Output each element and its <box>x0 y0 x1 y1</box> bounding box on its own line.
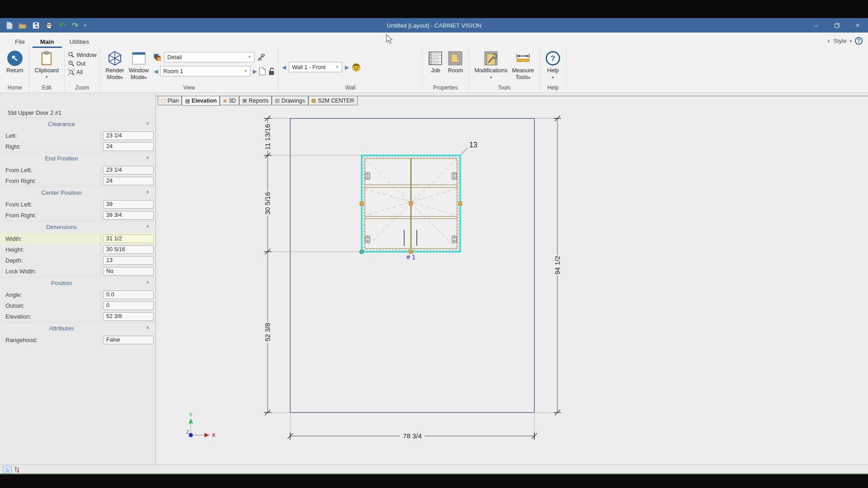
view-tab-drawings[interactable]: ▧ Drawings <box>272 96 308 105</box>
field-input[interactable]: 39 <box>103 200 154 209</box>
new-page-icon[interactable] <box>259 67 266 75</box>
field-input[interactable]: 23 1/4 <box>103 131 154 140</box>
room-button[interactable]: Room <box>445 49 465 75</box>
undo-icon[interactable]: ↶ <box>58 21 66 29</box>
zoom-window-icon <box>68 52 75 58</box>
section-dimensions: Dimensions ∧ Width: 31 1/2 Height: 30 5/… <box>0 221 156 277</box>
view-settings-icon[interactable] <box>257 53 266 61</box>
section-header-position[interactable]: Position ∧ <box>0 277 156 289</box>
chevron-up-icon[interactable]: ∧ <box>146 121 149 126</box>
wall-combobox-caret-icon: ▼ <box>335 65 339 69</box>
drawing-canvas[interactable]: ▢ Plan ▤ Elevation ◈ 3D ▦ Reports <box>156 93 868 465</box>
detail-layers-icon <box>154 54 162 61</box>
cabinet-object[interactable] <box>360 155 462 254</box>
chevron-up-icon[interactable]: ∧ <box>146 325 149 330</box>
render-mode-caret-icon: ▾ <box>121 76 123 80</box>
home-view-button[interactable]: ⌂ <box>3 466 12 474</box>
view-tab-reports[interactable]: ▦ Reports <box>239 96 272 105</box>
field-input[interactable]: 31 1/2 <box>103 235 154 243</box>
qat-customize-caret-icon[interactable]: ▾ <box>84 23 86 28</box>
zoom-out-icon <box>68 60 75 67</box>
field-row-lock-width: Lock Width: No <box>0 266 156 277</box>
field-input[interactable]: 23 1/4 <box>103 166 154 174</box>
dimension-bottom: 78 3/4 <box>288 432 537 440</box>
print-icon[interactable] <box>45 21 53 29</box>
room-next-icon[interactable]: ▶ <box>253 69 257 74</box>
field-input[interactable]: 24 <box>103 142 154 151</box>
field-row-end-from-left: From Left: 23 1/4 <box>0 164 156 175</box>
unlock-icon[interactable] <box>268 67 275 75</box>
section-header-end-position[interactable]: End Position ∧ <box>0 152 156 164</box>
view-tab-s2m-center[interactable]: ▩ S2M CENTER <box>308 96 358 105</box>
field-row-elevation: Elevation: 52 3/8 <box>0 311 156 322</box>
field-label: Width: <box>5 235 103 242</box>
view-tab-elevation[interactable]: ▤ Elevation <box>182 96 220 106</box>
field-input[interactable]: 0 <box>103 301 154 310</box>
collapse-ribbon-icon[interactable]: ∧ <box>827 38 830 43</box>
chevron-up-icon[interactable]: ∧ <box>146 155 149 160</box>
axis-toggle-icon[interactable] <box>14 466 20 473</box>
window-mode-button[interactable]: WindowMode▾ <box>127 49 151 82</box>
zoom-window-label: Window <box>76 52 96 58</box>
chevron-up-icon[interactable]: ∧ <box>146 280 149 285</box>
chevron-up-icon[interactable]: ∧ <box>146 224 149 229</box>
smiley-icon[interactable] <box>352 63 361 72</box>
zoom-window-button[interactable]: Window <box>68 52 96 58</box>
help-circle-icon[interactable]: ? <box>855 37 863 45</box>
view-tab-3d[interactable]: ◈ 3D <box>220 96 239 105</box>
return-icon: ↖ <box>7 51 23 66</box>
tab-file[interactable]: File <box>7 35 33 48</box>
close-button[interactable]: × <box>847 18 868 33</box>
field-label: From Right: <box>5 178 103 184</box>
restore-icon <box>835 23 840 28</box>
chevron-up-icon[interactable]: ∧ <box>146 189 149 194</box>
return-button[interactable]: ↖ Return <box>4 49 26 75</box>
field-input[interactable]: 30 5/16 <box>103 245 154 254</box>
render-mode-button[interactable]: RenderMode▾ <box>104 49 127 82</box>
wall-prev-icon[interactable]: ◀ <box>282 65 286 70</box>
help-label: Help <box>547 67 559 74</box>
room-icon <box>448 51 463 66</box>
field-row-depth: Depth: 13 <box>0 255 156 266</box>
redo-icon[interactable]: ↷ <box>71 21 79 29</box>
axis-triad: Y X Z <box>186 412 216 438</box>
detail-combobox[interactable]: Detail ▼ <box>164 52 255 62</box>
room-prev-icon[interactable]: ◀ <box>154 69 158 74</box>
section-header-clearance[interactable]: Clearance ∧ <box>0 118 156 130</box>
clipboard-button[interactable]: Clipboard ▾ <box>33 49 61 81</box>
field-input[interactable]: False <box>103 336 154 344</box>
wall-combobox[interactable]: Wall 1 - Front ▼ <box>289 62 342 72</box>
tab-utilities[interactable]: Utilities <box>62 35 97 48</box>
field-input[interactable]: 52 3/8 <box>103 312 154 321</box>
group-label-wall: Wall <box>282 84 419 93</box>
zoom-all-button[interactable]: All <box>68 69 96 75</box>
minimize-button[interactable]: – <box>806 18 826 33</box>
job-button[interactable]: Job <box>425 49 445 75</box>
section-header-attributes[interactable]: Attributes ∧ <box>0 322 156 334</box>
style-caret-icon[interactable]: ▾ <box>849 39 852 43</box>
room-combobox[interactable]: Room 1 ▼ <box>160 66 250 76</box>
render-mode-label2: Mode <box>107 74 121 80</box>
new-document-icon[interactable] <box>5 21 14 29</box>
field-input[interactable]: 0.0 <box>103 291 154 299</box>
field-input[interactable]: 39 3/4 <box>103 211 154 220</box>
ribbon-group-view: RenderMode▾ WindowMode▾ Detail <box>100 48 279 93</box>
detail-combobox-caret-icon: ▼ <box>248 55 251 59</box>
view-tab-plan[interactable]: ▢ Plan <box>158 96 182 105</box>
save-icon[interactable] <box>32 21 40 29</box>
open-folder-icon[interactable] <box>19 21 27 29</box>
field-input[interactable]: No <box>103 267 154 276</box>
wall-next-icon[interactable]: ▶ <box>345 65 349 70</box>
restore-button[interactable] <box>826 18 847 33</box>
style-dropdown[interactable]: Style <box>834 38 847 44</box>
modifications-button[interactable]: Modifications▾ <box>472 49 509 82</box>
section-header-center-position[interactable]: Center Position ∧ <box>0 187 156 199</box>
tab-main[interactable]: Main <box>33 35 62 48</box>
field-input[interactable]: 24 <box>103 177 154 185</box>
field-input[interactable]: 13 <box>103 256 154 265</box>
window-title: Untitled [Layout] - CABINET VISION <box>0 22 868 29</box>
measure-tools-button[interactable]: MeasureTools▾ <box>509 49 536 82</box>
help-button[interactable]: ? Help▾ <box>543 49 563 82</box>
section-header-dimensions[interactable]: Dimensions ∧ <box>0 221 156 233</box>
zoom-out-button[interactable]: Out <box>68 60 96 67</box>
